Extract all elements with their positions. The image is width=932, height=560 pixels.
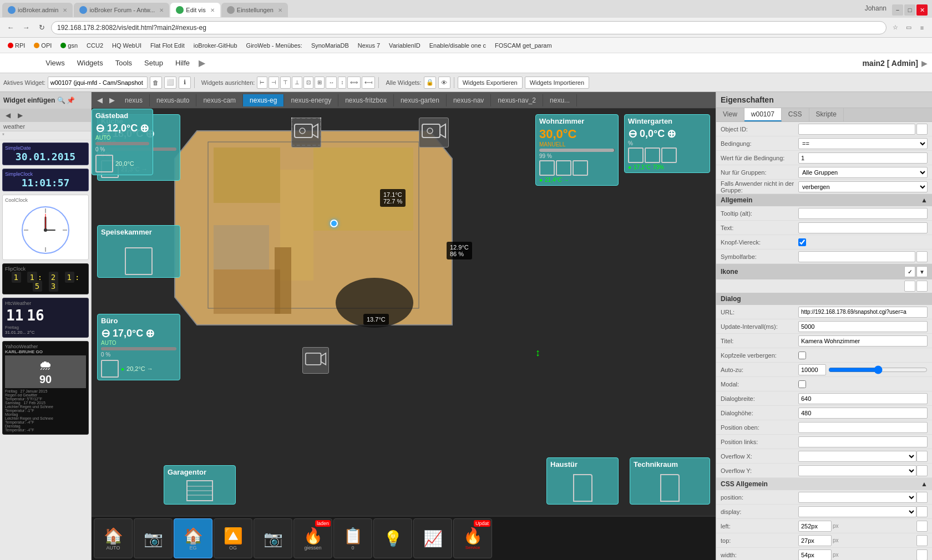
overflow-y-select[interactable] [798,465,916,476]
bookmark-variablenid[interactable]: VariablenID [386,41,424,50]
close-button[interactable]: ✕ [916,4,928,16]
menu-more-button[interactable]: ▶ [199,58,205,68]
align-bottom-button[interactable]: ⊞ [315,77,325,89]
forward-button[interactable]: → [20,22,32,34]
autozu-input[interactable] [798,364,826,375]
bookmark-star-icon[interactable]: ☆ [890,22,901,33]
widget-yahoo-weather[interactable]: YahooWeather KARL-BRUHE GO 🌧 90 Freitag … [2,341,89,435]
align-dist-v-button[interactable]: ↕ [338,77,346,89]
text-input[interactable] [798,222,928,233]
bookmark-rpi[interactable]: RPI [4,41,28,50]
align-top-button[interactable]: ⊥ [292,77,302,89]
bottom-icon-og[interactable]: 🔼 OG [214,518,252,558]
position-select[interactable] [798,492,916,503]
tooltip-input[interactable] [798,208,928,219]
ikone-check-btn[interactable]: ✓ [904,266,915,277]
object-id-input[interactable] [798,124,915,135]
wert-input[interactable] [798,152,928,164]
menu-widgets[interactable]: Widgets [72,55,109,70]
nav-tab-nexus-fritzbox[interactable]: nexus-fritzbox [338,94,394,106]
pin-icon[interactable]: 📌 [67,96,75,104]
tab-close[interactable]: ✕ [210,7,215,13]
nav-tab-nexus-more[interactable]: nexu... [543,94,577,106]
left-input[interactable] [798,521,832,532]
temp-plus-wintergarten[interactable]: ⊕ [667,127,676,140]
knopf-checkbox[interactable] [798,238,806,246]
bookmark-ccu2[interactable]: CCU2 [83,41,107,50]
bookmark-iobroker-github[interactable]: ioBroker-GitHub [190,41,241,50]
sidebar-prev-button[interactable]: ◀ [2,110,13,121]
autozu-slider[interactable] [828,365,928,374]
props-tab-w00107[interactable]: w00107 [744,108,782,121]
nav-tab-nexus-nav[interactable]: nexus-nav [447,94,491,106]
widget-delete-button[interactable]: 🗑 [150,77,162,89]
dialoghoehe-input[interactable] [798,408,928,419]
tabs-next-button[interactable]: ▶ [106,94,118,106]
bedingung-select[interactable]: == [798,138,928,149]
temp-minus-buero[interactable]: ⊖ [101,327,110,340]
menu-hilfe[interactable]: Hilfe [170,55,195,70]
minimize-button[interactable]: − [892,4,903,16]
props-tab-skripte[interactable]: Skripte [809,108,844,121]
props-tab-view[interactable]: View [716,108,744,121]
bookmark-giroweb[interactable]: GiroWeb - Menübes: [243,41,306,50]
bookmark-opi[interactable]: OPI [31,41,55,50]
tab-close[interactable]: ✕ [159,7,164,13]
temp-plus-buero[interactable]: ⊕ [145,327,155,340]
align-same-w-button[interactable]: ⟺ [347,77,361,89]
gruppen-select[interactable]: Alle Gruppen [798,167,928,178]
bottom-icon-cam-group[interactable]: 📷 [134,518,173,558]
active-widget-input[interactable] [48,77,148,89]
position-star[interactable]: ★ [916,492,928,503]
kopfzeile-checkbox[interactable] [798,352,806,359]
settings-icon[interactable]: ≡ [916,22,928,33]
nav-tab-nexus-energy[interactable]: nexus-energy [284,94,338,106]
panel-toggle-icon[interactable]: ▶ [921,59,928,68]
widget-info-button[interactable]: ℹ [179,77,191,89]
temp-minus-wintergarten[interactable]: ⊖ [628,127,637,140]
room-card-wintergarten[interactable]: Wintergarten ⊖ 0,0°C ⊕ % ● 17,1°C [624,114,710,173]
nav-tab-nexus-garten[interactable]: nexus-garten [394,94,447,106]
widget-simple-date[interactable]: SimpleDate 30.01.2015 [2,142,89,165]
cast-icon[interactable]: ▭ [903,22,914,33]
back-button[interactable]: ← [4,22,17,34]
menu-views[interactable]: Views [40,55,70,70]
bookmark-nexus7[interactable]: Nexus 7 [354,41,383,50]
section-allgemein-toggle[interactable]: ▲ [921,196,928,204]
search-icon[interactable]: 🔍 [57,96,65,104]
room-card-gaestebad[interactable]: Gästebad ⊖ 12,0°C ⊕ AUTO 0 % 20,0°C [92,109,153,175]
bottom-icon-cam2[interactable]: 📷 [254,518,292,558]
section-css-toggle[interactable]: ▲ [921,480,928,488]
nav-tab-nexus-auto[interactable]: nexus-auto [150,94,196,106]
widget-htc-weather[interactable]: HtcWeather 11 16 Freitag 31.01.20... 2°C [2,298,89,338]
reload-button[interactable]: ↻ [36,22,48,34]
export-button[interactable]: Widgets Exportieren [458,77,523,89]
lock-button[interactable]: 🔒 [424,77,436,89]
tab-ioBroker-admin[interactable]: ioBroker.admin ✕ [2,3,73,17]
room-card-haustuer[interactable]: Haustür [546,457,619,505]
align-center-h-button[interactable]: ⊣ [269,77,279,89]
import-button[interactable]: Widgets Importieren [525,77,589,89]
tab-einstellungen[interactable]: Einstellungen ✕ [221,3,288,17]
widget-simple-clock[interactable]: SimpleClock 11:01:57 [2,169,89,191]
nav-tab-nexus-cam[interactable]: nexus-cam [196,94,243,106]
canvas-area[interactable]: 17.1°C 72.7 % 12.9°C 86 % 13.7°C ↕ [92,109,716,560]
top-star[interactable]: ★ [916,535,928,546]
bottom-icon-chart[interactable]: 📈 [413,518,452,558]
titel-input[interactable] [798,335,928,347]
align-dist-h-button[interactable]: ↔ [326,77,337,89]
bookmark-gsn[interactable]: gsn [57,41,81,50]
bookmark-foscam[interactable]: FOSCAM get_param [492,41,555,50]
ikone-arrow-btn[interactable]: ▼ [916,266,928,277]
camera-overlay-2[interactable] [419,118,449,147]
top-input[interactable] [798,535,832,546]
bookmark-synomaria[interactable]: SynoMariaDB [308,41,352,50]
modal-checkbox[interactable] [798,380,806,388]
room-card-speisekammer[interactable]: Speisekammer [97,225,180,278]
tab-edit-vis[interactable]: Edit vis ✕ [170,3,220,17]
overflow-y-star[interactable]: ★ [916,465,928,476]
widget-flip-clock[interactable]: FlipClock 1 1: 2 1: 5 3 [2,263,89,294]
nav-tab-nexus-eg[interactable]: nexus-eg [243,94,284,106]
bottom-icon-counter[interactable]: 📋 0 [333,518,372,558]
dialogbreite-input[interactable] [798,393,928,404]
